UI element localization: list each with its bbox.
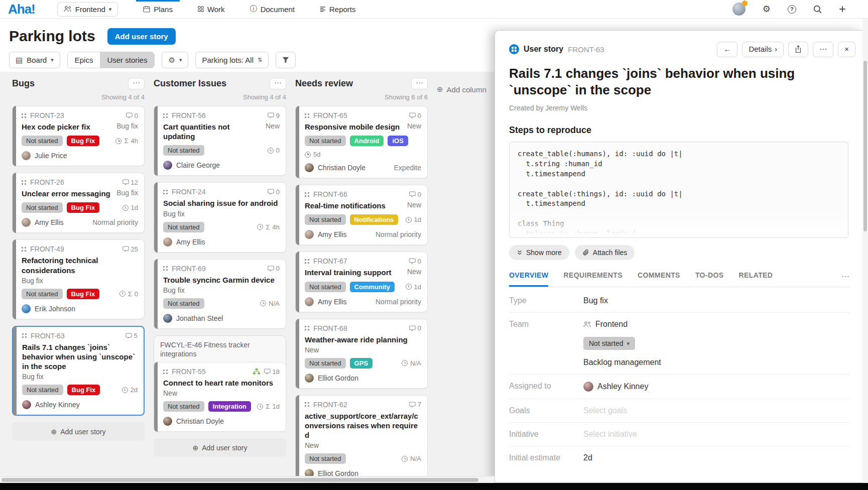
story-id: FRONT-23 <box>30 111 64 119</box>
user-avatar[interactable] <box>732 3 746 16</box>
tab-related[interactable]: RELATED <box>738 271 773 287</box>
share-icon <box>795 45 802 53</box>
field-placeholder-goals[interactable]: Select goals <box>583 406 627 415</box>
story-card[interactable]: FRONT-66 0 Real-time notifications New N… <box>295 185 428 245</box>
drag-handle-icon[interactable] <box>22 180 26 185</box>
epic-group-label[interactable]: FWCYL-E-46 Fitness tracker integrations <box>154 336 286 362</box>
segment-epics[interactable]: Epics <box>68 52 100 68</box>
story-title: Cart quantities not updating <box>163 122 262 141</box>
tag-badge: Bug Fix <box>67 202 100 213</box>
board-settings-dropdown[interactable]: ⚙ ▾ <box>162 52 188 68</box>
sort-arrows-icon: ⇅ <box>258 57 262 63</box>
story-card[interactable]: FRONT-68 0 Weather-aware ride planning N… <box>295 319 428 389</box>
drag-handle-icon[interactable] <box>22 247 26 252</box>
estimate: 4h <box>131 137 138 145</box>
tab-comments[interactable]: COMMENTS <box>638 271 680 287</box>
clock-icon <box>257 404 263 410</box>
tab-todos[interactable]: TO-DOS <box>695 271 724 287</box>
story-card-selected[interactable]: FRONT-63 5 Rails 7.1 changes `joins` beh… <box>12 326 145 416</box>
drag-handle-icon[interactable] <box>163 113 168 118</box>
story-id: FRONT-26 <box>30 178 64 186</box>
details-button[interactable]: Details › <box>742 42 784 57</box>
aha-logo[interactable]: Aha! <box>8 2 35 17</box>
field-value-assigned-to[interactable]: Ashley Kinney <box>583 382 648 392</box>
tab-requirements[interactable]: REQUIREMENTS <box>563 271 623 287</box>
created-by: Created by Jeremy Wells <box>495 99 862 112</box>
story-type: New <box>407 122 421 130</box>
field-value-team[interactable]: Frontend <box>583 320 661 329</box>
attach-files-button[interactable]: Attach files <box>575 245 635 260</box>
tab-reports[interactable]: Reports <box>313 0 363 19</box>
story-card[interactable]: FRONT-69 0 Trouble syncinc Garmin device… <box>154 259 286 329</box>
drag-handle-icon[interactable] <box>22 333 27 338</box>
comment-count: 0 <box>268 188 280 196</box>
field-placeholder-initiative[interactable]: Select initiative <box>583 430 637 439</box>
estimate: 1d <box>273 403 280 410</box>
story-card[interactable]: FRONT-24 0 Social sharing issue for andr… <box>154 182 286 252</box>
drag-handle-icon[interactable] <box>305 402 309 407</box>
field-value-type[interactable]: Bug fix <box>583 296 608 305</box>
more-button[interactable]: ⋯ <box>813 42 833 57</box>
tab-document[interactable]: ⓘ Document <box>243 0 302 19</box>
priority-label: Expedite <box>394 164 421 172</box>
clock-icon <box>402 456 408 462</box>
story-card[interactable]: FRONT-65 0 Responsive mobile design New … <box>295 106 428 178</box>
drag-handle-icon[interactable] <box>305 259 309 264</box>
board-view-dropdown[interactable]: ▤ Board ▾ <box>9 52 60 68</box>
comment-icon <box>126 333 132 339</box>
story-card[interactable]: FRONT-62 7 active_support/core_ext/array… <box>295 395 428 476</box>
add-user-story-column-button[interactable]: ⊕ Add user story <box>12 422 145 441</box>
add-column-button[interactable]: ⊕ Add column <box>437 85 486 94</box>
clock-icon <box>119 291 126 297</box>
drag-handle-icon[interactable] <box>305 192 309 197</box>
tabs-more-icon[interactable]: ⋯ <box>841 272 849 286</box>
column-more-button[interactable]: ⋯ <box>128 78 145 89</box>
drag-handle-icon[interactable] <box>22 113 26 118</box>
add-plus-icon[interactable]: + <box>839 3 846 15</box>
drag-handle-icon[interactable] <box>163 190 168 194</box>
vertical-scrollbar[interactable] <box>862 19 868 483</box>
tab-plans[interactable]: Plans <box>136 0 180 19</box>
story-title: Connect to heart rate monitors <box>163 378 273 388</box>
parking-lots-select[interactable]: Parking lots: All ⇅ <box>195 52 269 68</box>
horizontal-scrollbar[interactable] <box>0 476 494 483</box>
segment-user-stories[interactable]: User stories <box>100 52 154 68</box>
clock-icon <box>406 284 412 290</box>
story-card[interactable]: FRONT-23 0 Hex code picker fix Bug fix N… <box>12 106 145 166</box>
story-card[interactable]: FRONT-49 25 Refactoring technical consid… <box>12 239 145 319</box>
drag-handle-icon[interactable] <box>163 266 168 271</box>
description-code-block[interactable]: create_table(:humans), id: :uuid do |t| … <box>509 142 848 238</box>
column-more-button[interactable]: ⋯ <box>270 78 286 89</box>
horizontal-scrollbar-thumb[interactable] <box>2 478 478 482</box>
tab-overview[interactable]: OVERVIEW <box>509 271 548 287</box>
story-card[interactable]: FRONT-55 18 Connect to heart rate monito… <box>154 362 286 432</box>
drag-handle-icon[interactable] <box>163 370 168 374</box>
drag-handle-icon[interactable] <box>305 113 309 118</box>
column-more-button[interactable]: ⋯ <box>411 78 428 89</box>
settings-gear-icon[interactable]: ⚙ <box>763 5 771 14</box>
tab-work[interactable]: Work <box>191 0 232 19</box>
workspace-switcher[interactable]: Frontend ▾ <box>57 2 118 17</box>
help-icon[interactable]: ? <box>788 5 796 14</box>
share-button[interactable] <box>788 42 808 57</box>
story-card[interactable]: FRONT-67 0 Interval training support New… <box>295 252 428 312</box>
story-title: Trouble syncinc Garmin device <box>163 275 275 285</box>
story-id: FRONT-63 <box>31 332 65 340</box>
drag-handle-icon[interactable] <box>305 326 309 330</box>
filter-button[interactable] <box>276 52 296 68</box>
story-id: FRONT-65 <box>313 111 347 119</box>
story-card[interactable]: FRONT-56 9 Cart quantities not updating … <box>154 106 286 176</box>
add-user-story-column-button[interactable]: ⊕ Add user story <box>154 438 286 457</box>
vertical-scrollbar-thumb[interactable] <box>863 61 867 231</box>
add-user-story-button[interactable]: Add user story <box>107 28 176 45</box>
search-icon[interactable] <box>813 5 822 14</box>
status-dropdown[interactable]: Not started ▾ <box>583 337 635 350</box>
more-horizontal-icon: ⋯ <box>819 45 827 54</box>
field-value-initial-estimate[interactable]: 2d <box>583 453 592 462</box>
assignee-avatar <box>163 237 172 247</box>
back-button[interactable]: ← <box>717 42 737 57</box>
column-count: Showing 6 of 6 <box>295 93 428 101</box>
story-card[interactable]: FRONT-26 12 Unclear error messaging Bug … <box>12 173 145 233</box>
show-more-button[interactable]: Show more <box>509 245 569 260</box>
close-panel-button[interactable]: × <box>838 42 855 57</box>
